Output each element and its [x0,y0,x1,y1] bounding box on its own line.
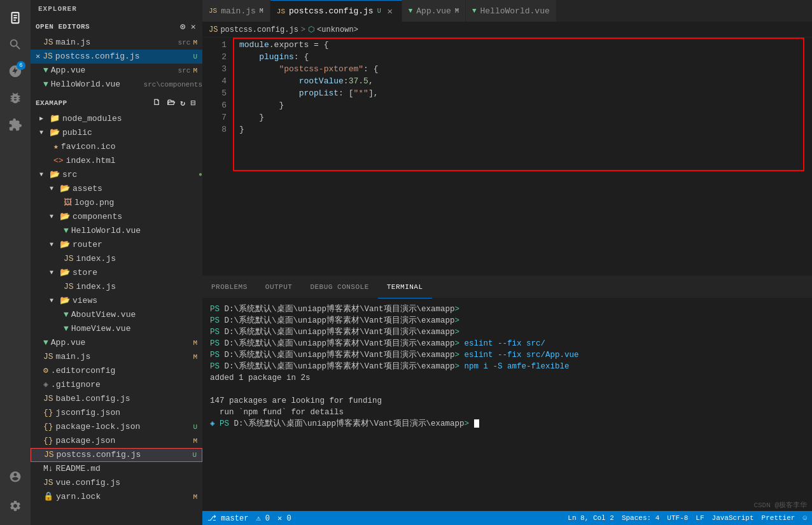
new-folder-icon[interactable]: 🗁 [165,97,177,109]
tab-problems[interactable]: PROBLEMS [202,276,256,298]
folder-store[interactable]: ▼ 📂 store [31,266,202,280]
terminal-line-blank [210,384,804,395]
terminal-content[interactable]: PS D:\系统默认\桌面\uniapp博客素材\Vant项目演示\examap… [202,298,812,511]
file-index-html[interactable]: <> index.html [31,154,202,168]
file-aboutview[interactable]: ▼ AboutView.vue [31,308,202,322]
collapse-icon[interactable]: ⊟ [190,97,197,109]
folder-public[interactable]: ▼ 📂 public [31,126,202,140]
terminal-line: PS D:\系统默认\桌面\uniapp博客素材\Vant项目演示\examap… [210,349,804,361]
file-tree: ▶ 📁 node_modules ▼ 📂 public ★ favicon.ic… [31,112,202,525]
file-package-lock[interactable]: {} package-lock.json U [31,420,202,434]
file-babel-config[interactable]: JS babel.config.js [31,392,202,406]
file-vue-config[interactable]: JS vue.config.js [31,476,202,490]
vue-icon: ▼ [43,336,48,350]
tab-helloworld[interactable]: ▼ HelloWorld.vue [466,0,557,22]
refresh-icon[interactable]: ↻ [179,97,186,109]
status-git-branch[interactable]: ⎇ master [207,514,248,523]
img-icon: 🖼 [64,196,72,210]
debug-icon[interactable] [3,85,28,111]
tab-debug-console[interactable]: DEBUG CONSOLE [301,276,377,298]
folder-name: store [73,266,202,280]
panel: PROBLEMS OUTPUT DEBUG CONSOLE TERMINAL P… [202,276,812,511]
save-all-icon[interactable]: ⊙ [179,20,186,33]
breadcrumb-file[interactable]: postcss.config.js [220,25,298,34]
new-file-icon[interactable]: 🗋 [151,97,163,109]
folder-router[interactable]: ▼ 📂 router [31,238,202,252]
file-name: index.js [76,280,202,294]
status-language[interactable]: JavaScript [712,514,754,522]
editor-container: 1 2 3 4 5 6 7 8 module.exports = { plugi… [202,38,812,511]
file-editorconfig[interactable]: ⚙ .editorconfig [31,364,202,378]
folder-assets[interactable]: ▼ 📂 assets [31,182,202,196]
open-editor-main-js[interactable]: JS main.js src M [31,36,202,50]
open-editor-postcss[interactable]: ✕ JS postcss.config.js U [31,50,202,64]
file-favicon[interactable]: ★ favicon.ico [31,140,202,154]
js-icon: JS [43,350,53,364]
status-eol[interactable]: LF [696,514,704,522]
examapp-label: EXAMAPP [36,99,67,107]
settings-icon[interactable] [3,493,28,519]
vue-icon: ▼ [64,308,69,322]
folder-icon: 📂 [50,168,60,182]
json-icon: {} [43,406,53,420]
vue-icon: ▼ [64,224,69,238]
file-name: package-lock.json [56,420,191,434]
file-app-vue-root[interactable]: ▼ App.vue M [31,336,202,350]
tab-output[interactable]: OUTPUT [256,276,302,298]
status-smiley[interactable]: ☺ [802,514,807,522]
file-jsconfig[interactable]: {} jsconfig.json [31,406,202,420]
favicon-icon: ★ [53,140,59,154]
files-icon[interactable] [3,5,28,31]
file-helloworld-vue[interactable]: ▼ HelloWorld.vue [31,224,202,238]
vue-file-icon: ▼ [43,64,48,78]
terminal-cursor [474,419,479,428]
file-gitignore[interactable]: ◈ .gitignore [31,378,202,392]
tab-bar: JS main.js M JS postcss.config.js U ✕ ▼ … [202,0,812,22]
code-content[interactable]: module.exports = { plugins: { "postcss-p… [233,38,812,276]
close-icon[interactable]: ✕ [36,50,40,64]
git-icon[interactable]: 6 [3,59,28,84]
status-errors[interactable]: ✕ 0 [277,514,291,523]
tab-main-js[interactable]: JS main.js M [202,0,270,22]
file-store-index[interactable]: JS index.js [31,280,202,294]
file-router-index[interactable]: JS index.js [31,252,202,266]
open-editors-section[interactable]: OPEN EDITORS ⊙ ✕ [31,18,202,36]
editor-area: 1 2 3 4 5 6 7 8 module.exports = { plugi… [202,38,812,276]
file-package-json[interactable]: {} package.json M [31,434,202,448]
close-all-icon[interactable]: ✕ [190,20,197,33]
folder-node-modules[interactable]: ▶ 📁 node_modules [31,112,202,126]
file-yarn-lock[interactable]: 🔒 yarn.lock M [31,490,202,504]
file-readme[interactable]: M↓ README.md [31,462,202,476]
tab-app-vue[interactable]: ▼ App.vue M [402,0,466,22]
file-logo-png[interactable]: 🖼 logo.png [31,196,202,210]
folder-components[interactable]: ▼ 📂 components [31,210,202,224]
tab-terminal[interactable]: TERMINAL [378,276,432,298]
terminal-line: PS D:\系统默认\桌面\uniapp博客素材\Vant项目演示\examap… [210,326,804,338]
status-ln-col[interactable]: Ln 8, Col 2 [568,514,614,522]
code-line-3: "postcss-pxtorem": { [239,63,812,75]
folder-views[interactable]: ▼ 📂 views [31,294,202,308]
extensions-icon[interactable] [3,112,28,137]
folder-src[interactable]: ▼ 📂 src ● [31,168,202,182]
examapp-section[interactable]: EXAMAPP 🗋 🗁 ↻ ⊟ [31,94,202,112]
tab-postcss[interactable]: JS postcss.config.js U ✕ [270,0,402,22]
search-icon[interactable] [3,32,28,57]
open-editor-app-vue[interactable]: ▼ App.vue src M [31,64,202,78]
file-main-js-root[interactable]: JS main.js M [31,350,202,364]
folder-arrow: ▼ [39,126,50,140]
file-homeview[interactable]: ▼ HomeView.vue [31,322,202,336]
status-spaces[interactable]: Spaces: 4 [622,514,659,522]
file-postcss-config[interactable]: JS postcss.config.js U [31,448,202,462]
open-editor-helloworld[interactable]: ▼ HelloWorld.vue src\components [31,78,202,92]
folder-arrow: ▼ [50,294,60,308]
status-bar-right: Ln 8, Col 2 Spaces: 4 UTF-8 LF JavaScrip… [568,514,807,522]
terminal-line: PS D:\系统默认\桌面\uniapp博客素材\Vant项目演示\examap… [210,304,804,315]
breadcrumb-unknown[interactable]: <unknown> [317,25,358,34]
status-warnings[interactable]: ⚠ 0 [256,514,270,523]
status-formatter[interactable]: Prettier [762,514,795,522]
status-encoding[interactable]: UTF-8 [667,514,688,522]
tab-close-button[interactable]: ✕ [385,6,395,17]
account-icon[interactable] [3,464,28,489]
breadcrumb-sep: > [301,25,305,34]
code-line-8: } [239,123,812,136]
